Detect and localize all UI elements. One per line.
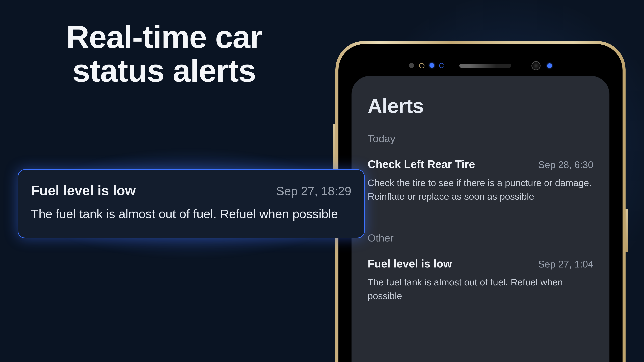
marketing-headline: Real-time car status alerts (66, 20, 262, 88)
section-divider (368, 220, 593, 220)
phone-mockup: Alerts Today Check Left Rear Tire Sep 28… (336, 41, 626, 362)
proximity-sensor-icon (409, 63, 414, 68)
section-header-other: Other (368, 232, 593, 244)
headline-line-1: Real-time car (66, 19, 262, 55)
page-title: Alerts (368, 94, 593, 117)
notification-led-icon (430, 63, 434, 68)
earpiece-speaker-icon (459, 64, 511, 68)
phone-screen: Alerts Today Check Left Rear Tire Sep 28… (352, 76, 610, 362)
phone-black-frame: Alerts Today Check Left Rear Tire Sep 28… (338, 44, 622, 362)
phone-sensor-bar (338, 61, 622, 70)
sensor-ring-icon (419, 63, 424, 68)
alert-list-item[interactable]: Fuel level is low Sep 27, 1:04 The fuel … (368, 257, 593, 314)
sensor-dot-icon (439, 63, 444, 68)
power-button (626, 209, 628, 252)
alert-body: Check the tire to see if there is a punc… (368, 176, 593, 203)
featured-alert-timestamp: Sep 27, 18:29 (276, 184, 351, 198)
alert-title: Check Left Rear Tire (368, 158, 475, 171)
featured-alert-title: Fuel level is low (31, 183, 136, 198)
alert-body: The fuel tank is almost out of fuel. Ref… (368, 275, 593, 303)
alert-title: Fuel level is low (368, 257, 452, 270)
featured-alert-card: Fuel level is low Sep 27, 18:29 The fuel… (18, 169, 365, 238)
front-camera-icon (532, 61, 540, 70)
featured-alert-body: The fuel tank is almost out of fuel. Ref… (31, 205, 351, 223)
alert-list-item[interactable]: Check Left Rear Tire Sep 28, 6:30 Check … (368, 158, 593, 215)
featured-alert-inner: Fuel level is low Sep 27, 18:29 The fuel… (18, 169, 365, 238)
alert-timestamp: Sep 28, 6:30 (538, 159, 593, 170)
alerts-app: Alerts Today Check Left Rear Tire Sep 28… (352, 76, 610, 362)
iris-scanner-icon (547, 63, 552, 68)
headline-line-2: status alerts (72, 53, 256, 88)
section-header-today: Today (368, 133, 593, 144)
alert-timestamp: Sep 27, 1:04 (538, 258, 593, 270)
